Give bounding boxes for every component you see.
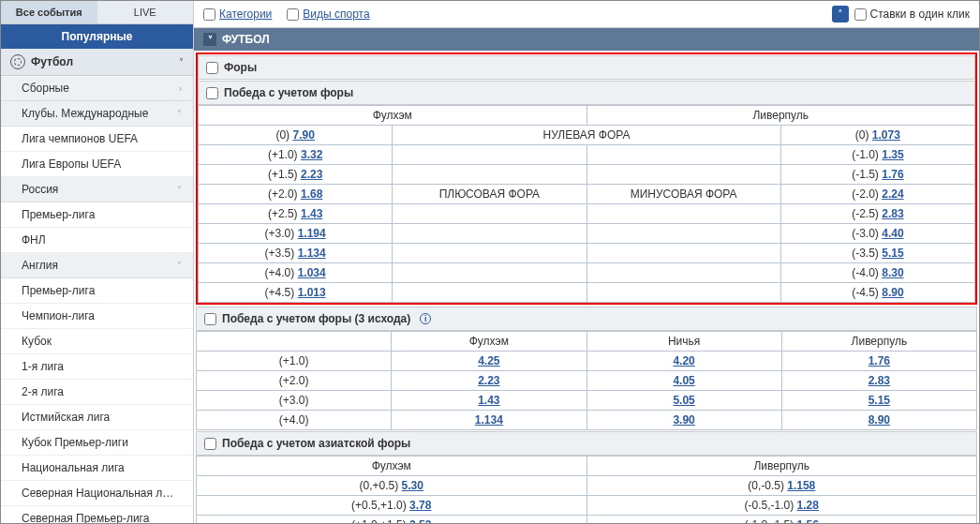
odds-team2[interactable]: 5.15 — [869, 394, 890, 407]
odds-team1[interactable]: 1.43 — [478, 394, 499, 407]
odds-team1[interactable]: 1.134 — [475, 413, 503, 427]
odds-team1[interactable]: 3.78 — [409, 499, 431, 512]
odds-team2[interactable]: 8.90 — [882, 286, 903, 299]
section-football[interactable]: ˅ ФУТБОЛ — [194, 28, 979, 51]
toggle-section[interactable]: ˅ — [203, 33, 216, 46]
odds-team2[interactable]: 2.24 — [882, 187, 903, 201]
sidebar-item[interactable]: 1-я лига — [1, 354, 193, 380]
fora-label — [393, 165, 587, 185]
odds-draw[interactable]: 3.90 — [673, 413, 694, 427]
odds-team2[interactable]: 1.76 — [882, 168, 903, 181]
fora-label — [393, 204, 587, 224]
odds-draw[interactable]: 4.20 — [673, 354, 694, 367]
checkbox-sports[interactable] — [287, 8, 299, 21]
sidebar-item[interactable]: Премьер-лига — [1, 202, 193, 228]
odds-team2[interactable]: 4.40 — [882, 227, 903, 240]
fora-label — [393, 263, 587, 283]
checkbox-categories[interactable] — [203, 8, 215, 21]
sidebar-group[interactable]: Сборные› — [1, 76, 193, 101]
odds-team1[interactable]: 1.43 — [301, 207, 322, 220]
odds-team2[interactable]: 8.90 — [869, 413, 890, 427]
odds-team2[interactable]: 1.76 — [869, 354, 890, 367]
sidebar-label: Кубок Премьер-лиги — [22, 436, 128, 449]
sidebar-item[interactable]: Премьер-лига — [1, 278, 193, 304]
sport-football[interactable]: Футбол ˅ — [1, 49, 193, 76]
odds-team1[interactable]: 2.53 — [409, 518, 431, 523]
odds-team2[interactable]: 1.158 — [787, 479, 815, 492]
odds-team1[interactable]: 1.194 — [298, 227, 326, 240]
sidebar-label: Россия — [22, 183, 58, 196]
sidebar-group[interactable]: Клубы. Международные˅ — [1, 101, 193, 127]
odds-team1[interactable]: 1.134 — [298, 247, 326, 260]
sidebar-label: Кубок — [22, 335, 52, 348]
collapse-all-button[interactable]: ˄ — [832, 6, 849, 22]
checkbox-hcap-win[interactable] — [206, 87, 218, 99]
sidebar-item[interactable]: Чемпион-лига — [1, 304, 193, 329]
handicap-value: (-1.5) — [852, 168, 879, 181]
group-fory[interactable]: Форы — [198, 55, 975, 80]
th-team2: Ливерпуль — [587, 106, 975, 126]
one-click-bets[interactable]: Ставки в один клик — [854, 7, 971, 21]
fora-label — [587, 263, 780, 283]
chevron-up-icon: ˄ — [838, 8, 843, 21]
handicap-3way-table: Фулхэм Ничья Ливерпуль (+1.0)4.254.201.7… — [196, 331, 977, 430]
sidebar-label: Истмийская лига — [22, 411, 110, 424]
sidebar-item[interactable]: 2-я лига — [1, 380, 193, 405]
handicap-value: (+1.0) — [197, 352, 392, 371]
odds-team1[interactable]: 1.68 — [301, 187, 322, 201]
odds-team2[interactable]: 8.30 — [882, 266, 903, 279]
info-icon[interactable]: i — [420, 313, 431, 324]
odds-team2[interactable]: 1.35 — [882, 148, 903, 161]
popular-header[interactable]: Популярные — [1, 24, 193, 49]
sidebar-item[interactable]: Северная Премьер-лига — [1, 506, 193, 523]
sidebar-label: ФНЛ — [22, 233, 46, 247]
checkbox-fory[interactable] — [206, 62, 218, 74]
sidebar-item[interactable]: Северная Национальная л… — [1, 481, 193, 506]
odds-draw[interactable]: 5.05 — [673, 394, 694, 407]
odds-team1[interactable]: 7.90 — [292, 128, 314, 142]
tab-all-events[interactable]: Все события — [1, 1, 97, 24]
odds-team1[interactable]: 2.23 — [478, 374, 499, 387]
sidebar-item[interactable]: Истмийская лига — [1, 405, 193, 430]
odds-team2[interactable]: 1.56 — [797, 518, 819, 523]
sidebar-label: Клубы. Международные — [22, 107, 148, 120]
tab-live[interactable]: LIVE — [97, 1, 194, 24]
fora-label — [587, 165, 780, 185]
odds-team2[interactable]: 5.15 — [882, 247, 903, 260]
odds-team1[interactable]: 5.30 — [402, 479, 423, 492]
sidebar-label: Лига Европы UEFA — [22, 157, 121, 171]
odds-team1[interactable]: 3.32 — [301, 148, 322, 161]
checkbox-oneclick[interactable] — [854, 8, 867, 21]
link-sports[interactable]: Виды спорта — [303, 7, 369, 21]
handicap-value: (+1.0) — [268, 148, 298, 161]
sidebar-item[interactable]: ФНЛ — [1, 228, 193, 253]
odds-team1[interactable]: 4.25 — [478, 354, 499, 367]
odds-team2[interactable]: 2.83 — [882, 207, 903, 220]
group-handicap-win[interactable]: Победа с учетом форы — [198, 81, 975, 105]
filter-categories[interactable]: Категории — [203, 7, 272, 21]
filter-sports[interactable]: Виды спорта — [287, 7, 369, 21]
group-asian-handicap[interactable]: Победа с учетом азиатской форы — [196, 431, 977, 456]
fora-label — [393, 224, 587, 244]
sidebar-item[interactable]: Кубок — [1, 329, 193, 354]
odds-team1[interactable]: 1.034 — [298, 266, 326, 279]
group-handicap-3way[interactable]: Победа с учетом форы (3 исхода) i — [196, 307, 977, 331]
sidebar-item[interactable]: Лига Европы UEFA — [1, 152, 193, 177]
odds-team2[interactable]: 2.83 — [869, 374, 890, 387]
odds-team2[interactable]: 1.28 — [797, 499, 819, 512]
fora-label — [587, 224, 780, 244]
sidebar-group[interactable]: Россия˅ — [1, 177, 193, 202]
checkbox-asian[interactable] — [204, 438, 216, 450]
odds-team1[interactable]: 1.013 — [298, 286, 326, 299]
sidebar-item[interactable]: Лига чемпионов UEFA — [1, 127, 193, 152]
link-categories[interactable]: Категории — [219, 7, 272, 21]
fora-label — [587, 204, 780, 224]
handicap-table: Фулхэм Ливерпуль (0) 7.90НУЛЕВАЯ ФОРА(0)… — [198, 105, 975, 303]
odds-team2[interactable]: 1.073 — [872, 128, 900, 142]
sidebar-group[interactable]: Англия˅ — [1, 253, 193, 278]
sidebar-item[interactable]: Кубок Премьер-лиги — [1, 430, 193, 456]
odds-draw[interactable]: 4.05 — [673, 374, 694, 387]
checkbox-hcap-3way[interactable] — [204, 313, 216, 325]
odds-team1[interactable]: 2.23 — [301, 168, 322, 181]
sidebar-item[interactable]: Национальная лига — [1, 456, 193, 481]
